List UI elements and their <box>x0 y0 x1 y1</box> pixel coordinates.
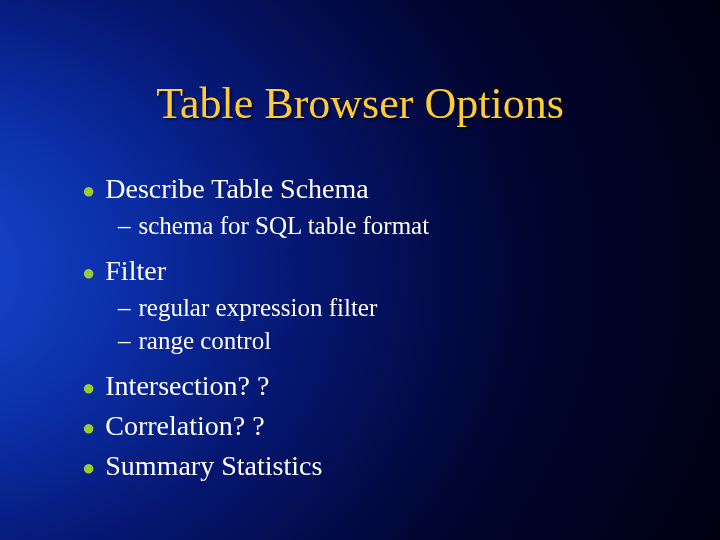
sub-list-item-label: regular expression filter <box>139 292 378 325</box>
sub-list-item: – schema for SQL table format <box>118 210 660 243</box>
list-item-label: Describe Table Schema <box>105 170 368 208</box>
list-item-label: Intersection? ? <box>105 367 269 405</box>
list-item: ● Correlation? ? <box>82 407 660 445</box>
list-item: ● Intersection? ? <box>82 367 660 405</box>
slide: Table Browser Options ● Describe Table S… <box>0 0 720 540</box>
dash-icon: – <box>118 325 131 358</box>
dash-icon: – <box>118 292 131 325</box>
list-item-label: Filter <box>105 252 166 290</box>
sub-list-item: – range control <box>118 325 660 358</box>
sub-list-item-label: range control <box>139 325 272 358</box>
bullet-icon: ● <box>82 176 95 206</box>
list-item: ● Describe Table Schema <box>82 170 660 208</box>
bullet-icon: ● <box>82 453 95 483</box>
list-item: ● Summary Statistics <box>82 447 660 485</box>
list-item-label: Correlation? ? <box>105 407 264 445</box>
bullet-icon: ● <box>82 373 95 403</box>
list-item-label: Summary Statistics <box>105 447 322 485</box>
slide-content: ● Describe Table Schema – schema for SQL… <box>82 170 660 486</box>
slide-title: Table Browser Options <box>0 78 720 129</box>
bullet-icon: ● <box>82 413 95 443</box>
bullet-icon: ● <box>82 258 95 288</box>
list-item: ● Filter <box>82 252 660 290</box>
sub-list-item-label: schema for SQL table format <box>139 210 430 243</box>
dash-icon: – <box>118 210 131 243</box>
sub-list-item: – regular expression filter <box>118 292 660 325</box>
